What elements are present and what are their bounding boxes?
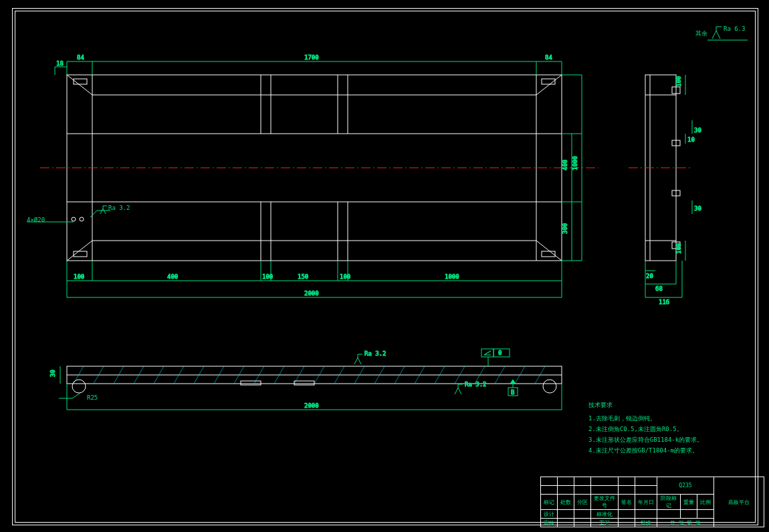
tb-part-name: 底板平台 [714,477,764,527]
title-block: Q235 底板平台 标记 处数 分区 更改文件号 签名 年月日 阶段标记 重量 … [540,477,764,527]
tb-material: Q235 [657,477,714,495]
